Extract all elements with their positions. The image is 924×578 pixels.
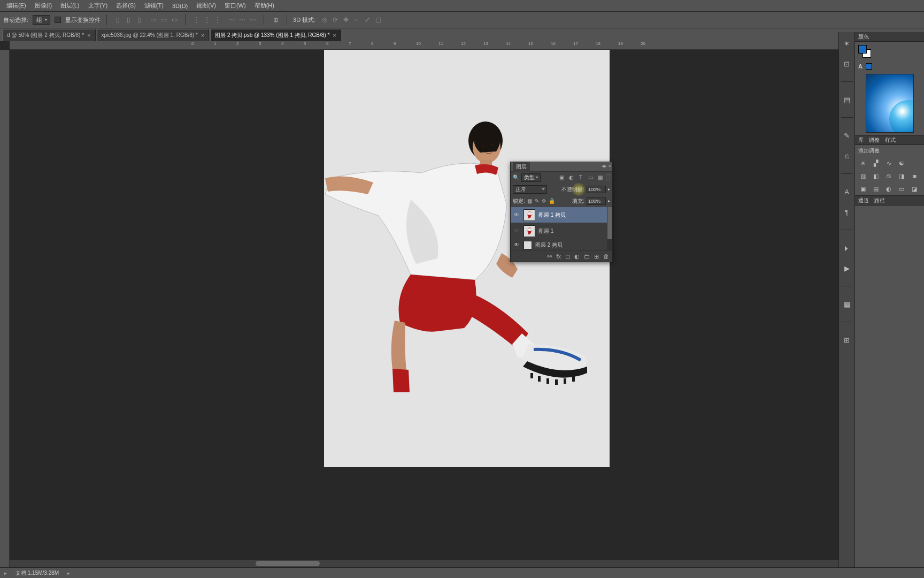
- document-tab-3[interactable]: 图层 2 拷贝.psb @ 133% (图层 1 拷贝, RGB/8) *×: [210, 29, 341, 41]
- fill-input[interactable]: 100%: [587, 197, 606, 205]
- bw-icon[interactable]: ◨: [897, 172, 906, 180]
- 3d-slide-icon[interactable]: ↔: [352, 15, 361, 25]
- layer-name[interactable]: 图层 1 拷贝: [538, 211, 566, 219]
- panel-collapse-icon[interactable]: ◂▸: [602, 163, 607, 169]
- actions-icon[interactable]: ⏵: [841, 242, 853, 254]
- menu-select[interactable]: 选择(S): [112, 0, 140, 11]
- filter-type-dropdown[interactable]: 类型: [521, 173, 541, 182]
- opacity-flyout-icon[interactable]: ▸: [608, 187, 610, 192]
- 3d-pan-icon[interactable]: ✥: [341, 15, 351, 25]
- distribute-h1-icon[interactable]: ⋮: [191, 15, 201, 25]
- brightness-icon[interactable]: ☀: [858, 159, 868, 168]
- threshold-icon[interactable]: ◐: [884, 185, 894, 193]
- menu-layer[interactable]: 图层(L): [56, 0, 83, 11]
- vibrance-icon[interactable]: ▥: [858, 172, 868, 180]
- exposure-icon[interactable]: ☯: [897, 159, 906, 168]
- status-flyout-icon[interactable]: ▸: [67, 571, 70, 576]
- lock-transparency-icon[interactable]: ▦: [527, 198, 532, 204]
- filter-adjustment-icon[interactable]: ◐: [567, 174, 575, 181]
- color-tab[interactable]: 颜色: [858, 33, 869, 41]
- menu-filter[interactable]: 滤镜(T): [140, 0, 168, 11]
- close-icon[interactable]: ×: [87, 32, 90, 39]
- visibility-icon[interactable]: 👁: [513, 227, 520, 235]
- close-icon[interactable]: ×: [201, 32, 204, 39]
- 3d-orbit-icon[interactable]: ◎: [320, 15, 329, 25]
- adjustment-layer-icon[interactable]: ◐: [574, 253, 580, 260]
- colorbalance-icon[interactable]: ⚖: [884, 172, 894, 180]
- menu-image[interactable]: 图像(I): [30, 0, 56, 11]
- photo-icon[interactable]: ◙: [910, 172, 919, 180]
- autoselect-dropdown[interactable]: 组: [33, 15, 50, 25]
- layer-thumbnail[interactable]: [523, 225, 535, 237]
- path-tab[interactable]: 路径: [874, 197, 885, 204]
- horizontal-ruler[interactable]: 01234567891011121314151617181920: [10, 41, 924, 50]
- menu-view[interactable]: 视图(V): [192, 0, 220, 11]
- styles-tab[interactable]: 样式: [885, 136, 896, 144]
- delete-layer-icon[interactable]: 🗑: [603, 253, 609, 260]
- layers-tab-title[interactable]: 图层: [513, 162, 530, 172]
- menu-type[interactable]: 文字(Y): [84, 0, 112, 11]
- clone-icon[interactable]: ⎌: [841, 150, 853, 162]
- timeline-icon[interactable]: ▶: [841, 262, 853, 274]
- gradient-map-icon[interactable]: ▭: [897, 185, 906, 193]
- distribute-v2-icon[interactable]: ⋯: [237, 15, 247, 25]
- invert-icon[interactable]: ▣: [858, 185, 868, 193]
- close-icon[interactable]: ×: [333, 32, 336, 39]
- fg-bg-swatch[interactable]: [858, 45, 871, 58]
- filter-toggle-icon[interactable]: [606, 174, 610, 180]
- layer-item-1[interactable]: 👁 图层 1 拷贝: [511, 207, 612, 223]
- channel-tab[interactable]: 通道: [858, 197, 869, 204]
- visibility-icon[interactable]: 👁: [513, 241, 520, 249]
- library-tab[interactable]: 库: [858, 136, 864, 144]
- panel-close-icon[interactable]: ×: [609, 163, 611, 169]
- link-layers-icon[interactable]: ⚯: [547, 253, 552, 260]
- align-center-v-icon[interactable]: ▭: [159, 15, 168, 25]
- scrollbar-thumb[interactable]: [607, 207, 612, 239]
- layer-thumbnail[interactable]: [523, 209, 535, 221]
- layer-name[interactable]: 图层 2 拷贝: [535, 241, 563, 249]
- layer-name[interactable]: 图层 1: [538, 227, 553, 235]
- distribute-v1-icon[interactable]: ⋯: [227, 15, 236, 25]
- filter-type-icon[interactable]: T: [577, 174, 584, 181]
- align-top-icon[interactable]: ▭: [148, 15, 158, 25]
- selective-icon[interactable]: ◪: [910, 185, 919, 193]
- 3d-camera-icon[interactable]: ▢: [373, 15, 383, 25]
- menu-window[interactable]: 窗口(W): [220, 0, 250, 11]
- fx-icon[interactable]: fx: [556, 253, 561, 260]
- posterize-icon[interactable]: ▤: [871, 185, 881, 193]
- distribute-h2-icon[interactable]: ⋮: [202, 15, 212, 25]
- vertical-ruler[interactable]: [0, 50, 10, 567]
- visibility-icon[interactable]: 👁: [513, 211, 520, 219]
- properties-icon[interactable]: ⊞: [841, 334, 853, 346]
- layers-panel[interactable]: 图层 ◂▸ × 🔍 类型 ▣ ◐ T ▭ ▦ 正常 不透明度: 100% ▸ 锁…: [510, 162, 613, 262]
- character-icon[interactable]: A: [841, 186, 853, 197]
- distribute-v3-icon[interactable]: ⋯: [248, 15, 258, 25]
- color-spectrum[interactable]: [866, 74, 914, 133]
- distribute-h3-icon[interactable]: ⋮: [213, 15, 222, 25]
- blend-mode-dropdown[interactable]: 正常: [513, 185, 547, 194]
- layer-item-3[interactable]: 👁 图层 2 拷贝: [511, 239, 612, 251]
- scrollbar-thumb[interactable]: [256, 561, 320, 566]
- filter-pixel-icon[interactable]: ▣: [558, 174, 565, 181]
- auto-align-icon[interactable]: ⊞: [270, 14, 281, 25]
- hue-icon[interactable]: ◧: [871, 172, 881, 180]
- document-tab-1[interactable]: d @ 50% (图层 2 拷贝, RGB/8) *×: [2, 29, 96, 41]
- 3d-roll-icon[interactable]: ⟳: [330, 15, 340, 25]
- levels-icon[interactable]: ▞: [871, 159, 881, 168]
- filter-smart-icon[interactable]: ▦: [596, 174, 604, 181]
- library-panel-header[interactable]: 库 调整 样式: [855, 135, 924, 145]
- lock-paint-icon[interactable]: ✎: [535, 198, 539, 204]
- layer-list-scrollbar[interactable]: [607, 207, 612, 250]
- menu-help[interactable]: 帮助(H): [250, 0, 279, 11]
- document-tab-2[interactable]: xpic5036.jpg @ 22.4% (图层 1, RGB/8) *×: [97, 29, 210, 41]
- curves-icon[interactable]: ∿: [884, 159, 894, 168]
- navigator-icon[interactable]: ⊡: [841, 58, 853, 70]
- opacity-input[interactable]: 100%: [587, 186, 606, 193]
- menu-edit[interactable]: 编辑(E): [2, 0, 30, 11]
- group-icon[interactable]: 🗀: [584, 253, 590, 260]
- align-bottom-icon[interactable]: ▭: [170, 15, 179, 25]
- new-layer-icon[interactable]: ⊞: [594, 253, 599, 260]
- fill-flyout-icon[interactable]: ▸: [608, 199, 610, 203]
- lock-all-icon[interactable]: 🔒: [549, 198, 555, 204]
- histogram-icon[interactable]: ✶: [841, 37, 853, 49]
